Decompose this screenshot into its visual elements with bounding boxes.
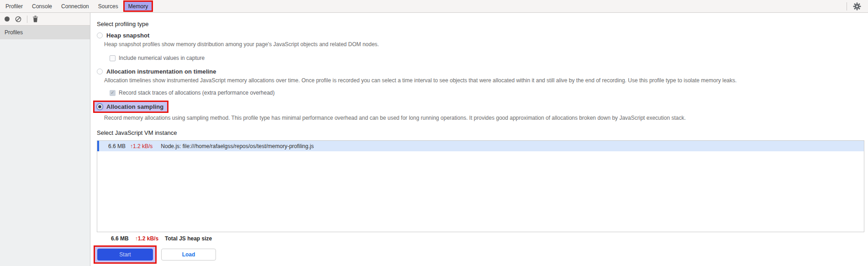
sidebar-item-profiles[interactable]: Profiles [0, 26, 90, 39]
start-button[interactable]: Start [97, 249, 153, 261]
profiles-label: Profiles [5, 29, 23, 36]
start-button-annotation-box: Start [94, 245, 157, 264]
record-stack-traces-row: ✓ Record stack traces of allocations (ex… [110, 90, 868, 96]
tab-connection[interactable]: Connection [57, 0, 94, 12]
option-allocation-sampling: Allocation sampling [97, 103, 163, 110]
settings-gear-icon[interactable] [852, 2, 862, 11]
action-buttons-row: Start Load [97, 245, 868, 264]
include-numerical-values-label: Include numerical values in capture [119, 55, 205, 61]
option-heap-snapshot: Heap snapshot [97, 32, 868, 39]
allocation-sampling-annotation-box: Allocation sampling [93, 101, 168, 113]
tab-memory[interactable]: Memory [123, 0, 153, 12]
tab-console[interactable]: Console [27, 0, 57, 12]
heap-snapshot-radio[interactable] [97, 32, 103, 38]
option-allocation-timeline: Allocation instrumentation on timeline [97, 68, 868, 75]
tab-sources[interactable]: Sources [94, 0, 123, 12]
vm-instance-heading: Select JavaScript VM instance [97, 129, 868, 137]
toolbar-divider [847, 2, 847, 11]
total-heap-size-value: 6.6 MB [111, 235, 129, 242]
vm-instance-row[interactable]: 6.6 MB ↑1.2 kB/s Node.js: file:///home/r… [97, 141, 864, 151]
load-button[interactable]: Load [161, 249, 216, 261]
include-numerical-values-row: Include numerical values in capture [110, 55, 868, 61]
total-heap-size-label: Total JS heap size [165, 235, 212, 242]
toolbar-divider [27, 16, 27, 23]
profiles-sidebar: Profiles [0, 13, 90, 266]
devtools-tab-bar: Profiler Console Connection Sources Memo… [0, 0, 868, 13]
heap-snapshot-label: Heap snapshot [106, 32, 149, 39]
record-stack-traces-checkbox[interactable]: ✓ [110, 90, 116, 96]
memory-panel: Select profiling type Heap snapshot Heap… [90, 13, 868, 266]
allocation-sampling-radio[interactable] [97, 104, 103, 110]
record-profile-icon[interactable] [3, 16, 11, 23]
profiling-type-heading: Select profiling type [97, 21, 868, 28]
allocation-timeline-radio[interactable] [97, 69, 103, 74]
allocation-sampling-label: Allocation sampling [106, 103, 163, 110]
include-numerical-values-checkbox[interactable] [110, 55, 116, 61]
vm-instance-title: Node.js: file:///home/rafaelgss/repos/os… [161, 143, 314, 149]
tabbar-right-controls [841, 2, 868, 11]
vm-heap-size: 6.6 MB [105, 143, 126, 149]
allocation-timeline-label: Allocation instrumentation on timeline [106, 68, 216, 75]
total-heap-stats: 6.6 MB ↑1.2 kB/s Total JS heap size [111, 235, 868, 242]
delete-profile-trash-icon[interactable] [32, 16, 39, 23]
total-allocation-rate: ↑1.2 kB/s [135, 235, 158, 242]
heap-snapshot-description: Heap snapshot profiles show memory distr… [104, 41, 868, 48]
tab-profiler[interactable]: Profiler [1, 0, 27, 12]
allocation-timeline-description: Allocation timelines show instrumented J… [104, 77, 868, 84]
vm-instance-list: 6.6 MB ↑1.2 kB/s Node.js: file:///home/r… [97, 140, 864, 232]
allocation-sampling-description: Record memory allocations using sampling… [104, 115, 868, 121]
profiles-toolbar [0, 13, 90, 26]
vm-allocation-rate: ↑1.2 kB/s [130, 143, 153, 149]
clear-profiles-icon[interactable] [15, 16, 22, 23]
record-stack-traces-label: Record stack traces of allocations (extr… [119, 90, 275, 96]
